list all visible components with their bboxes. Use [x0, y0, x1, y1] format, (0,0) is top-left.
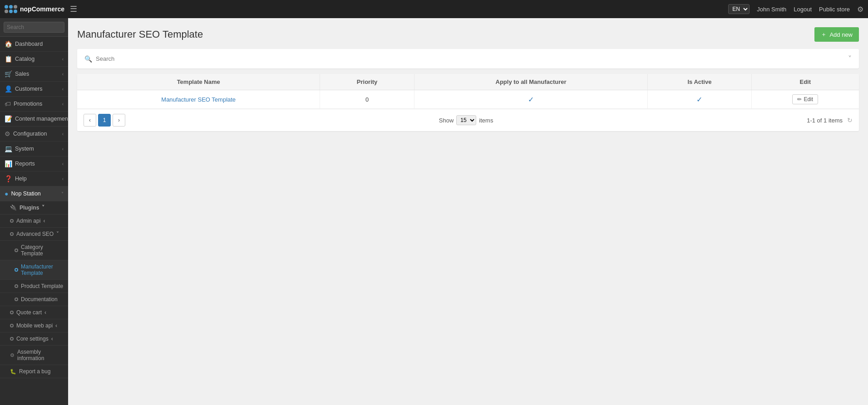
sidebar-item-label: Reports	[15, 161, 35, 167]
add-new-button[interactable]: ＋ Add new	[814, 27, 859, 42]
chevron-icon: ‹	[62, 161, 64, 166]
chevron-icon: ‹	[44, 309, 46, 316]
circle-icon	[10, 232, 14, 236]
navbar-right: EN FR John Smith Logout Public store ⚙	[728, 4, 863, 14]
table-header-row: Template Name Priority Apply to all Manu…	[77, 74, 859, 90]
sidebar-item-configuration[interactable]: ⚙ Configuration ‹	[0, 127, 68, 142]
sidebar-item-customers[interactable]: 👤 Customers ‹	[0, 82, 68, 97]
sidebar-item-label: Admin api	[16, 218, 40, 224]
table-row: Manufacturer SEO Template 0 ✓ ✓ ✏ Edit	[77, 90, 859, 109]
sidebar-item-sales[interactable]: 🛒 Sales ‹	[0, 67, 68, 82]
sidebar-item-label: Content management	[15, 116, 68, 122]
sidebar-item-dashboard[interactable]: 🏠 Dashboard	[0, 37, 68, 52]
edit-button[interactable]: ✏ Edit	[792, 94, 818, 104]
sidebar-item-report-a-bug[interactable]: 🐛 Report a bug	[0, 365, 68, 378]
cell-priority: 0	[320, 90, 414, 109]
system-icon: 💻	[5, 145, 12, 152]
sidebar-item-quote-cart[interactable]: Quote cart ‹	[0, 306, 68, 319]
col-edit: Edit	[751, 74, 859, 90]
top-navbar: nopCommerce ☰ EN FR John Smith Logout Pu…	[0, 0, 868, 18]
sidebar-item-label: Nop Station	[11, 190, 40, 197]
sales-icon: 🛒	[5, 70, 12, 78]
prev-page-button[interactable]: ‹	[84, 114, 96, 127]
sidebar-item-content-management[interactable]: 📝 Content management ‹	[0, 112, 68, 127]
sidebar-item-label: Promotions	[14, 101, 42, 107]
sidebar-item-promotions[interactable]: 🏷 Promotions ‹	[0, 97, 68, 112]
logo-text: nopCommerce	[20, 5, 64, 13]
dashboard-icon: 🏠	[5, 40, 12, 48]
sidebar-item-advanced-seo[interactable]: Advanced SEO ˅	[0, 228, 68, 241]
items-per-page-select[interactable]: 15 25 50	[456, 115, 476, 125]
chevron-down-icon[interactable]: ˅	[848, 54, 852, 63]
sidebar-search-container	[0, 18, 68, 37]
chevron-icon: ‹	[62, 132, 64, 137]
col-template-name: Template Name	[77, 74, 320, 90]
edit-label: Edit	[804, 96, 813, 102]
search-card: 🔍 ˅	[77, 49, 859, 68]
sidebar-item-label: Product Template	[21, 283, 63, 289]
circle-icon	[10, 337, 14, 341]
sidebar-search-input[interactable]	[4, 22, 64, 33]
sidebar-item-core-settings[interactable]: Core settings ‹	[0, 332, 68, 346]
public-store-link[interactable]: Public store	[819, 6, 850, 13]
sidebar-item-documentation[interactable]: Documentation	[0, 293, 68, 306]
sidebar-item-label: Assembly information	[17, 349, 64, 361]
logo-dot	[5, 5, 8, 9]
bug-icon: 🐛	[10, 369, 16, 375]
catalog-icon: 📋	[5, 55, 12, 63]
circle-icon	[15, 268, 18, 272]
sidebar-item-label: Configuration	[13, 131, 47, 137]
settings-icon[interactable]: ⚙	[857, 5, 863, 14]
circle-icon	[10, 219, 14, 223]
language-select[interactable]: EN FR	[728, 4, 750, 14]
refresh-icon[interactable]: ↻	[847, 117, 853, 124]
sidebar-item-mobile-web-api[interactable]: Mobile web api ‹	[0, 319, 68, 332]
main-layout: 🏠 Dashboard 📋 Catalog ‹ 🛒 Sales ‹ 👤 Cust…	[0, 18, 868, 405]
sidebar-item-label: Mobile web api	[16, 322, 53, 329]
search-input[interactable]	[96, 55, 848, 62]
chevron-icon: ‹	[62, 87, 64, 92]
chevron-down-icon: ˅	[61, 191, 64, 196]
sidebar-item-catalog[interactable]: 📋 Catalog ‹	[0, 52, 68, 67]
col-priority: Priority	[320, 74, 414, 90]
hamburger-menu[interactable]: ☰	[70, 4, 77, 14]
items-label: items	[479, 117, 493, 124]
sidebar-item-label: Category Template	[21, 244, 64, 257]
template-name-link[interactable]: Manufacturer SEO Template	[161, 96, 236, 103]
sidebar-item-assembly-information[interactable]: ⚙ Assembly information	[0, 346, 68, 365]
config-icon: ⚙	[5, 130, 10, 137]
sidebar-item-product-template[interactable]: Product Template	[0, 280, 68, 293]
sidebar-item-label: Help	[15, 176, 27, 182]
sidebar-item-help[interactable]: ❓ Help ‹	[0, 171, 68, 186]
assembly-icon: ⚙	[10, 352, 15, 358]
chevron-icon: ‹	[62, 72, 64, 77]
sidebar-item-reports[interactable]: 📊 Reports ‹	[0, 156, 68, 171]
sidebar-item-admin-api[interactable]: Admin api ‹	[0, 215, 68, 228]
circle-icon	[10, 311, 14, 314]
promotions-icon: 🏷	[5, 100, 11, 107]
pencil-icon: ✏	[797, 96, 802, 102]
chevron-icon: ‹	[62, 176, 64, 181]
sidebar-item-manufacturer-template[interactable]: Manufacturer Template	[0, 260, 68, 280]
circle-icon	[10, 324, 14, 327]
sidebar: 🏠 Dashboard 📋 Catalog ‹ 🛒 Sales ‹ 👤 Cust…	[0, 18, 68, 405]
chevron-down-icon: ˅	[42, 205, 44, 211]
add-new-label: Add new	[829, 31, 853, 38]
sidebar-item-plugins[interactable]: 🔌 Plugins ˅	[0, 201, 68, 215]
page-1-button[interactable]: 1	[98, 114, 111, 127]
chevron-icon: ‹	[55, 322, 57, 329]
chevron-icon: ‹	[62, 146, 64, 151]
chevron-icon: ‹	[51, 336, 53, 342]
content-area: Manufacturer SEO Template ＋ Add new 🔍 ˅ …	[68, 18, 868, 405]
user-name: John Smith	[757, 6, 786, 13]
next-page-button[interactable]: ›	[113, 114, 125, 127]
sidebar-item-category-template[interactable]: Category Template	[0, 241, 68, 260]
logo-dots	[5, 5, 17, 13]
items-count: 1-1 of 1 items ↻	[807, 117, 853, 124]
plugins-icon: 🔌	[10, 205, 17, 211]
sidebar-item-nop-station[interactable]: ● Nop Station ˅	[0, 186, 68, 201]
sidebar-item-system[interactable]: 💻 System ‹	[0, 142, 68, 156]
check-icon: ✓	[528, 96, 534, 103]
data-table-card: Template Name Priority Apply to all Manu…	[77, 74, 859, 131]
logout-link[interactable]: Logout	[794, 6, 812, 13]
